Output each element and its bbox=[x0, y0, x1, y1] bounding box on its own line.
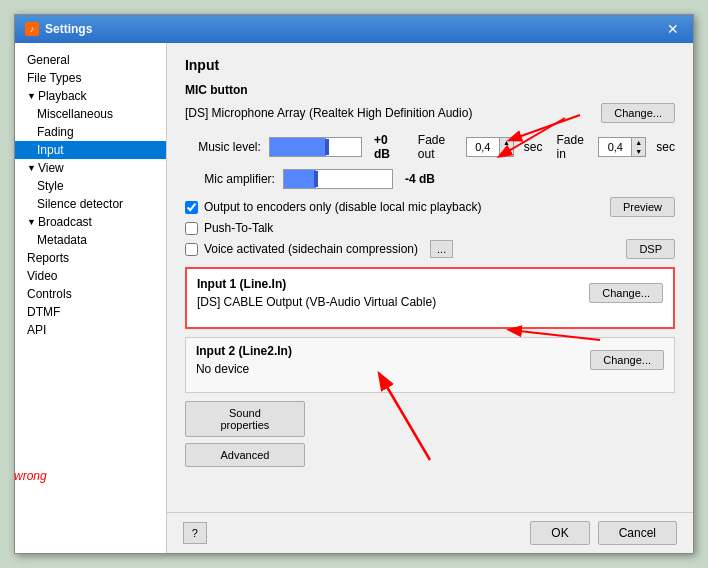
sidebar-item-broadcast[interactable]: ▼ Broadcast bbox=[15, 213, 166, 231]
preview-button[interactable]: Preview bbox=[610, 197, 675, 217]
fade-in-input[interactable] bbox=[599, 140, 631, 154]
fade-in-spinbox-btns: ▲ ▼ bbox=[631, 138, 645, 156]
voice-activated-label: Voice activated (sidechain compression) bbox=[204, 242, 418, 256]
change-input2-button[interactable]: Change... bbox=[590, 350, 664, 370]
main-content: Input MIC button [DS] Microphone Array (… bbox=[167, 43, 693, 512]
sidebar-item-playback[interactable]: ▼ Playback bbox=[15, 87, 166, 105]
mic-amp-value: -4 dB bbox=[405, 172, 435, 186]
fade-in-down[interactable]: ▼ bbox=[631, 147, 645, 156]
app-icon: ♪ bbox=[25, 22, 39, 36]
sidebar-item-api[interactable]: API bbox=[15, 321, 166, 339]
input1-section: Input 1 (Line.In) [DS] CABLE Output (VB-… bbox=[185, 267, 675, 329]
push-to-talk-checkbox[interactable] bbox=[185, 222, 198, 235]
fade-out-spinbox[interactable]: ▲ ▼ bbox=[466, 137, 514, 157]
sidebar-item-view[interactable]: ▼ View bbox=[15, 159, 166, 177]
main-wrapper: Input MIC button [DS] Microphone Array (… bbox=[167, 43, 693, 553]
sidebar-item-silencedetector[interactable]: Silence detector bbox=[15, 195, 166, 213]
sidebar-item-video[interactable]: Video bbox=[15, 267, 166, 285]
action-buttons: Sound properties Advanced bbox=[185, 401, 675, 467]
mic-amp-label: Mic amplifier: bbox=[185, 172, 275, 186]
sound-properties-button[interactable]: Sound properties bbox=[185, 401, 305, 437]
input1-box-label: Input 1 (Line.In) bbox=[197, 277, 436, 291]
sec-label2: sec bbox=[656, 140, 675, 154]
output-encoders-checkbox[interactable] bbox=[185, 201, 198, 214]
sidebar-item-style[interactable]: Style bbox=[15, 177, 166, 195]
dialog-body: General File Types ▼ Playback Miscellane… bbox=[15, 43, 693, 553]
title-bar: ♪ Settings ✕ bbox=[15, 15, 693, 43]
sec-label1: sec bbox=[524, 140, 543, 154]
title-bar-left: ♪ Settings bbox=[25, 22, 92, 36]
fade-in-up[interactable]: ▲ bbox=[631, 138, 645, 147]
settings-dialog: ♪ Settings ✕ General File Types ▼ Playba… bbox=[14, 14, 694, 554]
voice-activated-row: Voice activated (sidechain compression) … bbox=[185, 239, 675, 259]
input1-device-text: [DS] CABLE Output (VB-Audio Virtual Cabl… bbox=[197, 295, 436, 309]
change-mic-button[interactable]: Change... bbox=[601, 103, 675, 123]
push-to-talk-row: Push-To-Talk bbox=[185, 221, 675, 235]
music-level-slider[interactable] bbox=[269, 137, 362, 157]
dsp-button[interactable]: DSP bbox=[626, 239, 675, 259]
fade-out-spinbox-btns: ▲ ▼ bbox=[499, 138, 513, 156]
view-arrow: ▼ bbox=[27, 163, 36, 173]
playback-arrow: ▼ bbox=[27, 91, 36, 101]
cancel-button[interactable]: Cancel bbox=[598, 521, 677, 545]
input2-section: Input 2 (Line2.In) No device Change... bbox=[185, 337, 675, 393]
music-level-value: +0 dB bbox=[374, 133, 402, 161]
fade-in-spinbox[interactable]: ▲ ▼ bbox=[598, 137, 646, 157]
mic-button-label: MIC button bbox=[185, 83, 675, 97]
voice-activated-checkbox[interactable] bbox=[185, 243, 198, 256]
sidebar-item-reports[interactable]: Reports bbox=[15, 249, 166, 267]
push-to-talk-label: Push-To-Talk bbox=[204, 221, 273, 235]
input1-device-row: Input 1 (Line.In) [DS] CABLE Output (VB-… bbox=[197, 277, 663, 309]
footer-buttons: OK Cancel bbox=[530, 521, 677, 545]
dialog-footer: ? OK Cancel bbox=[167, 512, 693, 553]
fade-in-label: Fade in bbox=[557, 133, 591, 161]
mic-amp-row: Mic amplifier: -4 dB bbox=[185, 169, 675, 189]
input2-box-label: Input 2 (Line2.In) bbox=[196, 344, 292, 358]
music-level-row: Music level: +0 dB Fade out ▲ ▼ s bbox=[185, 133, 675, 161]
sidebar-item-controls[interactable]: Controls bbox=[15, 285, 166, 303]
mic-amp-slider[interactable] bbox=[283, 169, 393, 189]
input2-device-row: Input 2 (Line2.In) No device Change... bbox=[196, 344, 664, 376]
broadcast-arrow: ▼ bbox=[27, 217, 36, 227]
page-title: Input bbox=[185, 57, 675, 73]
sidebar-item-dtmf[interactable]: DTMF bbox=[15, 303, 166, 321]
sidebar: General File Types ▼ Playback Miscellane… bbox=[15, 43, 167, 553]
sidebar-item-general[interactable]: General bbox=[15, 51, 166, 69]
change-input1-button[interactable]: Change... bbox=[589, 283, 663, 303]
window-title: Settings bbox=[45, 22, 92, 36]
mic-device-row: [DS] Microphone Array (Realtek High Defi… bbox=[185, 103, 675, 123]
mic-device-text: [DS] Microphone Array (Realtek High Defi… bbox=[185, 106, 472, 120]
output-encoders-label: Output to encoders only (disable local m… bbox=[204, 200, 481, 214]
sidebar-item-fading[interactable]: Fading bbox=[15, 123, 166, 141]
help-button[interactable]: ? bbox=[183, 522, 207, 544]
three-dots-button[interactable]: ... bbox=[430, 240, 453, 258]
sidebar-item-filetypes[interactable]: File Types bbox=[15, 69, 166, 87]
fade-out-up[interactable]: ▲ bbox=[499, 138, 513, 147]
sidebar-item-input[interactable]: Input bbox=[15, 141, 166, 159]
fade-out-down[interactable]: ▼ bbox=[499, 147, 513, 156]
fade-out-label: Fade out bbox=[418, 133, 458, 161]
advanced-button[interactable]: Advanced bbox=[185, 443, 305, 467]
sidebar-item-miscellaneous[interactable]: Miscellaneous bbox=[15, 105, 166, 123]
music-level-label: Music level: bbox=[185, 140, 261, 154]
sidebar-item-metadata[interactable]: Metadata bbox=[15, 231, 166, 249]
close-button[interactable]: ✕ bbox=[663, 21, 683, 37]
fade-out-input[interactable] bbox=[467, 140, 499, 154]
ok-button[interactable]: OK bbox=[530, 521, 589, 545]
input2-device-text: No device bbox=[196, 362, 249, 376]
output-encoders-row: Output to encoders only (disable local m… bbox=[185, 197, 675, 217]
